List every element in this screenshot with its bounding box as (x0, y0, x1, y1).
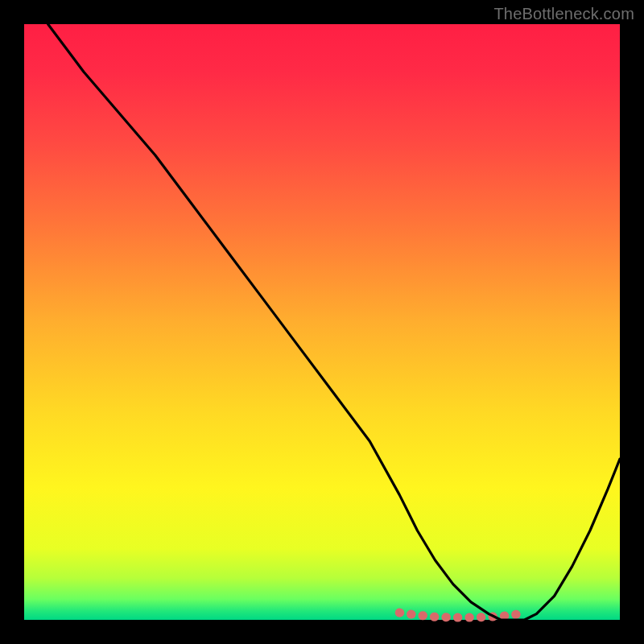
bottleneck-chart (0, 0, 644, 644)
chart-stage: TheBottleneck.com (0, 0, 644, 644)
gradient-background (24, 24, 620, 620)
watermark-label: TheBottleneck.com (493, 5, 634, 23)
